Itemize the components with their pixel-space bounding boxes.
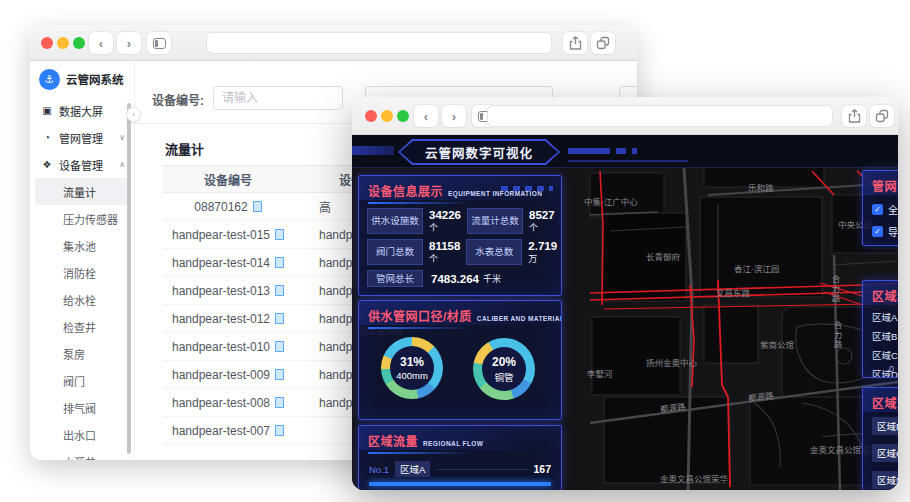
sidebar-item-data-screen[interactable]: ▣ 数据大屏	[30, 97, 134, 124]
panel-regional-flow: 区域流量 REGIONAL FLOW No.1 区域A 167 No.2 区域C…	[358, 425, 562, 490]
tabs-icon	[596, 36, 610, 50]
close-window-button[interactable]	[41, 37, 53, 49]
device-id-input[interactable]	[213, 86, 343, 110]
forward-icon: ›	[452, 109, 456, 124]
panel-title: 区域统计	[872, 287, 898, 304]
map-label: 紫商公馆	[760, 338, 794, 350]
zoom-window-button[interactable]	[397, 110, 409, 122]
sidebar-scrollbar[interactable]	[127, 103, 131, 454]
stat-unit: 千米	[483, 272, 501, 285]
sidebar-subitem-inspection-well[interactable]: 检查井	[30, 313, 134, 340]
panel-region-stats: 区域统计 区域A 区域B 区域C 区域D 区域E 0	[862, 280, 898, 378]
stat-value: 8527	[529, 209, 555, 221]
device-name: handpe	[293, 340, 359, 354]
copy-icon[interactable]	[275, 397, 284, 408]
forward-button[interactable]: ›	[442, 105, 466, 127]
back-icon: ‹	[99, 36, 103, 51]
flow-row: No.1 区域A 167	[359, 461, 561, 477]
sidebar-item-device-management[interactable]: ❖ 设备管理 ∧	[30, 151, 134, 178]
close-window-button[interactable]	[365, 110, 377, 122]
title-underline	[368, 327, 468, 329]
checkbox-label: 导入	[888, 224, 898, 239]
browser-chrome: ‹ ›	[352, 97, 898, 135]
sidebar-subitem-outlet[interactable]: 出水口	[30, 421, 134, 448]
device-name: handpe	[293, 312, 359, 326]
tabs-button[interactable]	[870, 105, 894, 127]
legend-row: 区域B	[872, 329, 898, 343]
back-button[interactable]: ‹	[414, 105, 438, 127]
sidebar-subitem-valve[interactable]: 阀门	[30, 367, 134, 394]
donut-chart-caliber: 31% 400mm	[381, 337, 443, 399]
checkbox-import[interactable]: ✓ 导入	[872, 224, 898, 239]
copy-icon[interactable]	[275, 425, 284, 436]
collapse-icon: ‹	[132, 110, 135, 119]
share-button[interactable]	[563, 32, 587, 54]
region-chip: 区域D	[872, 471, 898, 489]
card-title: 流量计	[165, 139, 204, 158]
panel-caliber-material: 供水管网口径/材质 CALIBER AND MATERIAL 31% 400mm…	[358, 300, 562, 420]
map-label: 长青御府	[646, 250, 680, 262]
sidebar-subitem-fire-hydrant[interactable]: 消防栓	[30, 259, 134, 286]
stat-water-meters: 水表总数 2.719万	[466, 239, 557, 265]
sidebar-subitem-flowmeter[interactable]: 流量计	[35, 178, 129, 205]
stat-flowmeters: 流量计总数 8527个	[467, 208, 555, 234]
back-button[interactable]: ‹	[89, 32, 113, 54]
sidebar-subitem-water-source-well[interactable]: 水源井	[30, 448, 134, 460]
sidebar-subitem-sump[interactable]: 集水池	[30, 232, 134, 259]
title-underline	[368, 202, 468, 204]
desktop: ‹ › ⚓ 云管网系统 ▣ 数据大屏 ◔ 管网管理 ∨	[0, 0, 910, 502]
device-id: handpear-test-014	[172, 256, 270, 270]
address-bar[interactable]	[206, 32, 552, 54]
stat-label: 流量计总数	[467, 208, 523, 234]
copy-icon[interactable]	[275, 257, 284, 268]
checkbox-checked-icon[interactable]: ✓	[872, 226, 883, 237]
copy-icon[interactable]	[275, 285, 284, 296]
stat-valves: 阀门总数 81158个	[367, 239, 460, 265]
check-icon: ✓	[874, 205, 881, 214]
share-button[interactable]	[842, 105, 866, 127]
sidebar-subitem-exhaust-valve[interactable]: 排气阀	[30, 394, 134, 421]
panel-pipe-layers: 管网图层 ✓ 全选 ✓ 导入	[862, 170, 898, 246]
share-icon	[569, 36, 582, 50]
tabs-button[interactable]	[591, 32, 615, 54]
map-label: 扬州金奥中心	[646, 356, 697, 368]
region-chip: 区域C	[872, 444, 898, 462]
back-icon: ‹	[424, 109, 428, 124]
device-id: 08870162	[194, 200, 247, 214]
stat-label: 供水设施数	[367, 208, 423, 234]
sidebar-toggle-button[interactable]	[147, 32, 171, 54]
zoom-window-button[interactable]	[73, 37, 85, 49]
sidebar-subitem-pressure-sensor[interactable]: 压力传感器	[30, 205, 134, 232]
copy-icon[interactable]	[253, 201, 262, 212]
stat-unit: 个	[429, 252, 460, 265]
sidebar-subitem-water-hydrant[interactable]: 给水栓	[30, 286, 134, 313]
panel-equipment-info: 设备信息展示 EQUIPMENT INFORMATION 供水设施数 34226…	[358, 175, 562, 296]
panel-title-decoration	[501, 186, 553, 191]
minimize-window-button[interactable]	[57, 37, 69, 49]
copy-icon[interactable]	[275, 313, 284, 324]
map-label: 金奥文昌公馆荣华	[660, 472, 728, 484]
copy-icon[interactable]	[275, 341, 284, 352]
stat-value: 7483.264	[431, 273, 479, 285]
device-name: handpe	[293, 368, 359, 382]
sidebar-subitem-pump-house[interactable]: 泵房	[30, 340, 134, 367]
sidebar-item-pipe-management[interactable]: ◔ 管网管理 ∨	[30, 124, 134, 151]
copy-icon[interactable]	[275, 229, 284, 240]
region-chip: 区域B	[872, 417, 898, 435]
panel-title: 设备信息展示	[368, 182, 443, 199]
panel-title: 区域流量	[872, 394, 898, 411]
checkbox-checked-icon[interactable]: ✓	[872, 204, 883, 215]
sidebar-collapse-button[interactable]: ‹	[126, 107, 141, 122]
minimize-window-button[interactable]	[381, 110, 393, 122]
flow-value: 167	[533, 463, 551, 475]
legend-row: 区域D	[872, 367, 898, 378]
copy-icon[interactable]	[275, 369, 284, 380]
map-label: 文昌东路	[716, 286, 750, 298]
address-bar[interactable]	[487, 105, 833, 127]
legend-label: 区域A	[872, 310, 897, 324]
stat-pipe-length: 管网总长 7483.264千米	[367, 270, 553, 287]
device-id: handpear-test-007	[172, 424, 270, 438]
legend-row: 区域A	[872, 310, 898, 324]
checkbox-select-all[interactable]: ✓ 全选	[872, 202, 898, 217]
forward-button[interactable]: ›	[117, 32, 141, 54]
